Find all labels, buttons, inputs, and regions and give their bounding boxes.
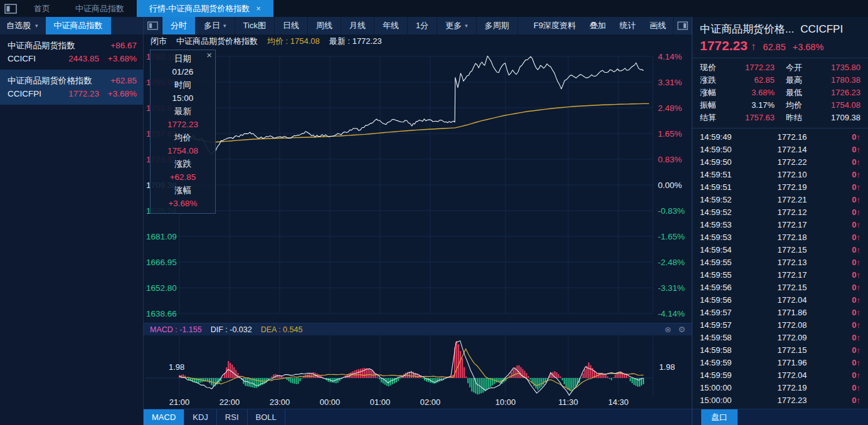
toolbar-button-item1[interactable]: 多日▾ <box>196 17 235 34</box>
svg-text:2.48%: 2.48% <box>658 103 682 113</box>
quote-title: 中证商品期货价格... <box>700 22 794 36</box>
tick-row: 14:59:521772.120↑ <box>700 206 860 219</box>
index-group-button[interactable]: 中证商品指数 <box>46 17 111 34</box>
tooltip-field: 涨幅 <box>151 184 215 197</box>
toolbar-action-0[interactable]: F9深度资料 <box>527 17 583 34</box>
tooltip-field: 均价 <box>151 131 215 144</box>
svg-text:1652.80: 1652.80 <box>146 283 177 293</box>
detail-label: 涨幅 <box>700 87 728 99</box>
close-icon[interactable]: × <box>206 50 212 60</box>
tick-row: 14:59:491772.160↑ <box>700 131 860 144</box>
indicator-tab-rsi[interactable]: RSI <box>217 409 248 425</box>
tick-volume: 0↑ <box>839 144 860 156</box>
detail-label: 昨结 <box>786 112 813 124</box>
time-axis: 21:0022:0023:0000:0001:0002:0010:0011:30… <box>144 396 692 409</box>
tick-volume: 0↑ <box>839 269 860 281</box>
tick-time: 15:00:00 <box>700 394 745 407</box>
indicator-tab-kdj[interactable]: KDJ <box>184 409 217 425</box>
tick-time: 14:59:55 <box>700 269 745 281</box>
tick-time: 14:59:51 <box>700 181 745 194</box>
toolbar-button-label: 更多 <box>445 20 462 31</box>
detail-value: 1709.38 <box>813 112 860 124</box>
up-arrow-icon: ↑ <box>857 396 861 405</box>
toolbar-button-item3[interactable]: 日线 <box>275 17 308 34</box>
tick-row: 14:59:561772.040↑ <box>700 294 860 307</box>
quote-change: +86.67 <box>99 39 137 52</box>
orderbook-tab[interactable]: 盘口 <box>701 409 738 425</box>
tick-price: 1772.15 <box>745 281 839 294</box>
toolbar-button-item2[interactable]: Tick图 <box>235 17 275 34</box>
sidebar-collapse-icon[interactable] <box>144 17 162 34</box>
tick-time: 14:59:59 <box>700 357 745 369</box>
tick-row: 14:59:501772.220↑ <box>700 156 860 169</box>
tick-time: 14:59:49 <box>700 131 745 144</box>
toolbar-actions: F9深度资料叠加统计画线 <box>527 17 673 34</box>
tick-volume: 0↑ <box>839 219 860 231</box>
quote-code: CCICFPI <box>800 23 843 36</box>
watchlist-group-select[interactable]: 自选股 ▾ <box>0 17 46 34</box>
tooltip-field: 时间 <box>151 78 215 92</box>
toolbar-button-item4[interactable]: 周线 <box>308 17 341 34</box>
top-tab-0[interactable]: 首页 <box>21 0 63 17</box>
tab-close-icon[interactable]: × <box>256 4 261 13</box>
tick-volume: 0↑ <box>839 206 860 219</box>
up-arrow-icon: ↑ <box>857 295 861 305</box>
tooltip-field: 1772.23 <box>151 118 215 131</box>
detail-value: 1757.63 <box>728 112 775 124</box>
quote-pct: +3.68% <box>99 87 137 100</box>
quote-item-CCICFPI[interactable]: 中证商品期货价格指数+62.85CCICFPI1772.23+3.68% <box>0 70 143 105</box>
tick-price: 1772.13 <box>745 256 839 269</box>
tick-time: 14:59:50 <box>700 156 745 169</box>
up-arrow-icon: ↑ <box>857 207 861 217</box>
indicator-header-icons: ⊗ ⚙ <box>664 325 685 334</box>
quote-item-CCICFI[interactable]: 中证商品期货指数+86.67CCICFI2443.85+3.68% <box>0 34 143 70</box>
tick-time: 14:59:52 <box>700 206 745 219</box>
minute-chart-area[interactable]: 1780.111765.961751.811737.671723.521709.… <box>144 48 692 323</box>
tick-price: 1772.17 <box>745 269 839 281</box>
tick-time: 14:59:56 <box>700 294 745 307</box>
top-tab-1[interactable]: 中证商品指数 <box>63 0 137 17</box>
detail-row: 涨跌62.85最高1780.38 <box>700 74 860 87</box>
top-tab-2[interactable]: 行情-中证商品期货价格指数× <box>137 0 273 17</box>
period-buttons: 分时多日▾Tick图日线周线月线年线1分更多▾多周期 <box>162 17 518 34</box>
toolbar-button-label: 1分 <box>416 20 428 31</box>
tick-volume: 0↑ <box>839 332 860 344</box>
toolbar-button-item5[interactable]: 月线 <box>341 17 374 34</box>
tick-price: 1772.14 <box>745 144 839 156</box>
svg-text:0.83%: 0.83% <box>658 155 682 164</box>
indicator-close-icon[interactable]: ⊗ <box>664 325 671 334</box>
toolbar-button-label: 年线 <box>383 20 399 31</box>
toolbar-action-3[interactable]: 画线 <box>643 17 673 34</box>
rightpanel-collapse-icon[interactable] <box>673 17 692 34</box>
indicator-tab-macd[interactable]: MACD <box>144 409 184 425</box>
time-axis-label: 21:00 <box>169 397 190 407</box>
toolbar-button-item9[interactable]: 多周期 <box>477 17 518 34</box>
indicator-settings-icon[interactable]: ⚙ <box>678 325 685 334</box>
tooltip-field: 15:00 <box>151 92 215 105</box>
indicator-tab-boll[interactable]: BOLL <box>248 409 285 425</box>
tick-row: 14:59:581772.090↑ <box>700 332 860 344</box>
up-arrow-icon: ↑ <box>857 308 861 317</box>
top-tab-label: 首页 <box>34 3 50 14</box>
svg-text:1.98: 1.98 <box>169 362 184 372</box>
top-tab-label: 行情-中证商品期货价格指数 <box>149 3 250 14</box>
macd-chart-svg[interactable]: 1.981.98 <box>144 335 693 396</box>
indicator-tabs: MACDKDJRSIBOLL <box>144 409 692 425</box>
quote-last-price: 1772.23 <box>700 38 748 53</box>
tick-price: 1772.19 <box>745 382 839 394</box>
panel-toggle-icon[interactable] <box>0 0 21 17</box>
up-arrow-icon: ↑ <box>857 345 861 355</box>
toolbar-button-item7[interactable]: 1分 <box>408 17 437 34</box>
svg-text:0.00%: 0.00% <box>658 181 682 190</box>
quote-line1: 中证商品期货指数+86.67 <box>8 39 137 52</box>
toolbar-button-minute[interactable]: 分时 <box>162 17 196 34</box>
svg-text:-0.83%: -0.83% <box>658 206 685 216</box>
minute-chart-svg[interactable]: 1780.111765.961751.811737.671723.521709.… <box>144 48 693 323</box>
toolbar-button-item6[interactable]: 年线 <box>374 17 408 34</box>
tick-list[interactable]: 14:59:491772.160↑14:59:501772.140↑14:59:… <box>692 129 868 409</box>
quote-price: 2443.85 <box>61 52 99 65</box>
toolbar-button-item8[interactable]: 更多▾ <box>437 17 477 34</box>
tick-volume: 0↑ <box>839 369 860 382</box>
toolbar-action-2[interactable]: 统计 <box>613 17 643 34</box>
toolbar-action-1[interactable]: 叠加 <box>583 17 613 34</box>
